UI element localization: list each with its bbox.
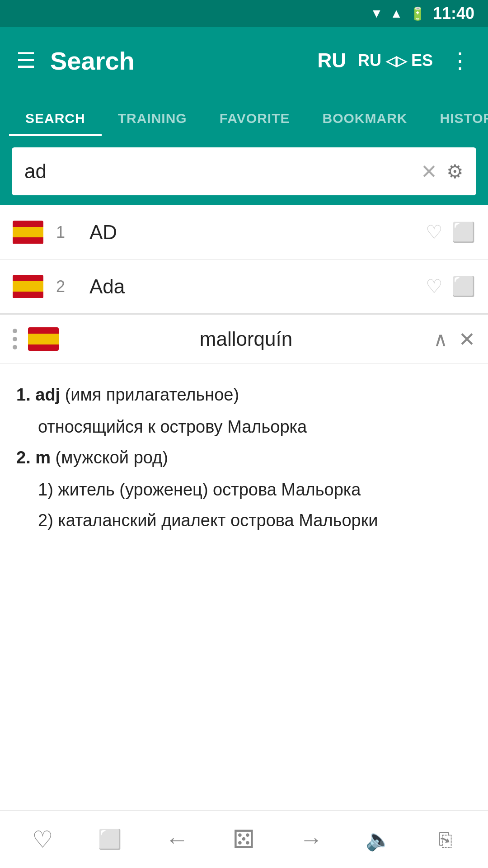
bottom-forward-button[interactable]: → [289,821,334,858]
lang-switcher[interactable]: RU ◁▷ ES [358,51,433,70]
bottom-dice-button[interactable]: ⚄ [221,821,267,858]
settings-icon[interactable]: ⚙ [446,160,464,183]
result-word-1: AD [89,221,426,244]
app-bar: ☰ Search RU RU ◁▷ ES ⋮ [0,27,488,94]
clear-icon[interactable]: ✕ [421,160,437,183]
definition-panel: mallorquín ∧ ✕ 1. adj (имя прилагательно… [0,314,488,553]
add-button[interactable]: RU [317,49,346,72]
drag-handle[interactable] [13,329,17,349]
bookmark-icon-1[interactable]: ⬜ [452,221,475,243]
tab-training[interactable]: TRAINING [102,111,203,136]
definition-header: mallorquín ∧ ✕ [0,315,488,364]
bottom-bookmark-button[interactable]: ⬜ [87,821,132,858]
bottom-share-button[interactable]: ⎘ [423,821,468,858]
lang-from: RU [358,51,381,70]
bookmark-icon-2[interactable]: ⬜ [452,275,475,297]
def-entry-2: 2. m (мужской род) [16,443,472,472]
result-num-2: 2 [56,277,79,296]
close-icon[interactable]: ✕ [459,328,475,351]
tab-search[interactable]: SEARCH [9,111,102,136]
search-input[interactable] [24,160,421,183]
wifi-icon: ▼ [370,6,383,21]
search-container: ✕ ⚙ [0,137,488,205]
search-box: ✕ ⚙ [11,146,477,196]
flag-es-2 [13,275,43,298]
favorite-icon-1[interactable]: ♡ [426,221,443,243]
lang-to: ES [411,51,433,70]
bottom-back-button[interactable]: ← [154,821,199,858]
favorite-icon-2[interactable]: ♡ [426,275,443,297]
bottom-volume-button[interactable]: 🔈 [356,821,401,858]
table-row[interactable]: 1 AD ♡ ⬜ [0,205,488,259]
tab-bookmark[interactable]: BOOKMARK [306,111,423,136]
results-list: 1 AD ♡ ⬜ 2 Ada ♡ ⬜ [0,205,488,314]
def-flag [28,327,59,351]
def-entry-1: 1. adj (имя прилагательное) [16,380,472,410]
page-title: Search [50,46,303,75]
chevron-up-icon[interactable]: ∧ [433,328,448,351]
definition-word: mallorquín [70,328,422,350]
result-actions-1: ♡ ⬜ [426,221,475,243]
signal-icon: ▲ [390,6,403,21]
definition-body: 1. adj (имя прилагательное) относящийся … [0,364,488,553]
status-bar: ▼ ▲ 🔋 11:40 [0,0,488,27]
status-time: 11:40 [433,4,474,23]
result-word-2: Ada [89,275,426,298]
result-actions-2: ♡ ⬜ [426,275,475,297]
menu-icon[interactable]: ☰ [16,50,36,71]
def-sub-1: 1) житель (уроженец) острова Мальорка [16,475,472,505]
tab-favorite[interactable]: FAVORITE [203,111,306,136]
bottom-bar: ♡ ⬜ ← ⚄ → 🔈 ⎘ [0,810,488,868]
flag-es-1 [13,221,43,244]
result-num-1: 1 [56,223,79,242]
tab-bar: SEARCH TRAINING FAVORITE BOOKMARK HISTOR… [0,94,488,137]
table-row[interactable]: 2 Ada ♡ ⬜ [0,259,488,314]
more-icon[interactable]: ⋮ [449,48,472,73]
tab-history[interactable]: HISTOR… [423,111,488,136]
def-desc-1: относящийся к острову Мальорка [16,412,472,442]
lang-arrow-icon: ◁▷ [386,53,407,69]
battery-icon: 🔋 [410,6,426,21]
bottom-heart-button[interactable]: ♡ [20,821,65,858]
def-sub-2: 2) каталанский диалект острова Мальорки [16,506,472,535]
